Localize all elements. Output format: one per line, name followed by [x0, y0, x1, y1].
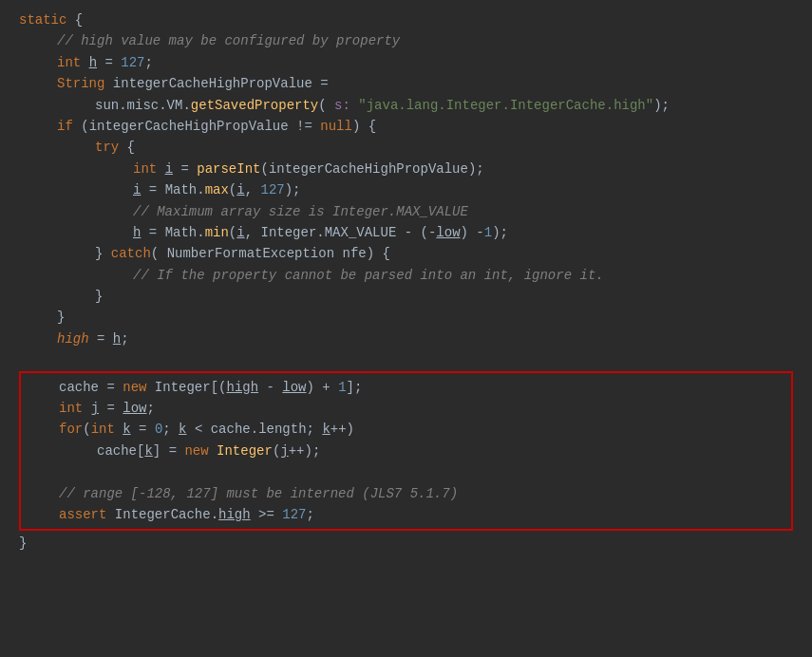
code-line-h3: for(int k = 0; k < cache.length; k++) [21, 419, 791, 440]
code-line-1: static { [19, 9, 793, 30]
code-line-14: } [19, 286, 793, 307]
code-line-2: // high value may be configured by prope… [19, 30, 793, 51]
code-line-h5 [21, 461, 791, 482]
code-line-10: // Maximum array size is Integer.MAX_VAL… [19, 201, 793, 222]
code-line-4: String integerCacheHighPropValue = [19, 73, 793, 94]
code-line-11: h = Math.min(i, Integer.MAX_VALUE - (-lo… [19, 222, 793, 243]
code-line-9: i = Math.max(i, 127); [19, 179, 793, 200]
highlighted-block: cache = new Integer[(high - low) + 1]; i… [19, 371, 793, 532]
code-line-h1: cache = new Integer[(high - low) + 1]; [21, 377, 791, 398]
code-line-5: sun.misc.VM.getSavedProperty( s: "java.l… [19, 95, 793, 116]
code-editor: static { // high value may be configured… [0, 0, 812, 564]
code-line-13: // If the property cannot be parsed into… [19, 265, 793, 286]
code-line-16: high = h; [19, 328, 793, 349]
code-line-h2: int j = low; [21, 398, 791, 419]
code-line-h4: cache[k] = new Integer(j++); [21, 441, 791, 461]
code-line-12: } catch( NumberFormatException nfe) { [19, 243, 793, 264]
code-line-h6: // range [-128, 127] must be interned (J… [21, 483, 791, 504]
code-line-15: } [19, 307, 793, 328]
code-line-h7: assert IntegerCache.high >= 127; [21, 504, 791, 525]
code-line-3: int h = 127; [19, 52, 793, 73]
code-line-7: try { [19, 137, 793, 158]
code-line-18: } [19, 533, 793, 554]
code-line-17 [19, 349, 793, 370]
code-line-8: int i = parseInt(integerCacheHighPropVal… [19, 159, 793, 179]
code-line-6: if (integerCacheHighPropValue != null) { [19, 116, 793, 137]
